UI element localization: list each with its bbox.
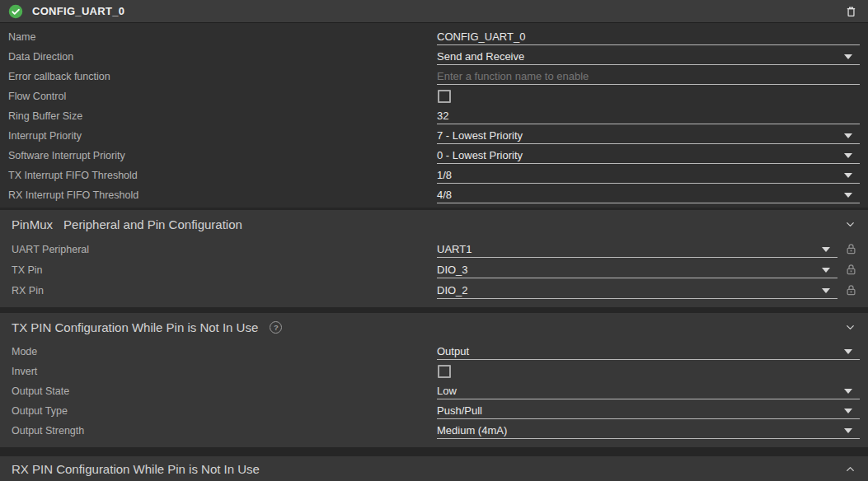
field-control: Push/Pull <box>437 403 860 419</box>
form-row: Output StrengthMedium (4mA) <box>0 421 868 441</box>
form-row: Error callback functionEnter a function … <box>0 67 868 86</box>
field-control: Medium (4mA) <box>437 423 860 439</box>
section-rows: UART PeripheralUART1TX PinDIO_3RX PinDIO… <box>0 238 868 307</box>
field-label: Software Interrupt Priority <box>0 150 437 161</box>
form-row: Ring Buffer Size32 <box>0 106 868 126</box>
section-header-tx-pin-config[interactable]: TX PIN Configuration While Pin is Not In… <box>0 313 868 341</box>
field-label: Output Type <box>0 405 437 417</box>
dropdown-caret-icon <box>844 54 852 59</box>
field-control <box>437 90 860 103</box>
form-row: NameCONFIG_UART_0 <box>0 27 868 47</box>
config-sections: PinMuxPeripheral and Pin ConfigurationUA… <box>0 210 868 481</box>
form-row: Software Interrupt Priority0 - Lowest Pr… <box>0 146 868 166</box>
dropdown-caret-icon <box>844 389 852 394</box>
field-value: 4/8 <box>437 189 452 200</box>
field-label: Name <box>0 31 437 43</box>
field-control: Low <box>437 383 860 399</box>
section-title: PinMux <box>12 217 53 231</box>
check-circle-icon <box>8 4 23 19</box>
chevron-down-icon[interactable] <box>844 218 856 231</box>
field-control: Enter a function name to enable <box>437 68 860 85</box>
checkbox[interactable] <box>438 90 451 103</box>
field-label: Output State <box>0 385 437 397</box>
field-control: DIO_2 <box>437 283 860 299</box>
field-control <box>437 365 860 378</box>
select-input[interactable]: 4/8 <box>437 187 860 203</box>
dropdown-caret-icon <box>844 349 852 354</box>
form-row: TX PinDIO_3 <box>0 259 868 280</box>
dropdown-caret-icon <box>844 428 852 433</box>
dropdown-caret-icon <box>844 173 852 178</box>
field-value: CONFIG_UART_0 <box>437 31 525 42</box>
form-row: Data DirectionSend and Receive <box>0 47 868 67</box>
select-input[interactable]: Send and Receive <box>437 49 860 65</box>
section-tx-pin-config: TX PIN Configuration While Pin is Not In… <box>0 313 868 447</box>
lock-icon[interactable] <box>845 284 858 297</box>
field-value: 7 - Lowest Priority <box>437 130 523 141</box>
dropdown-caret-icon <box>822 268 830 273</box>
help-icon[interactable]: ? <box>270 321 282 334</box>
section-rx-pin-config: RX PIN Configuration While Pin is Not In… <box>0 456 868 481</box>
checkbox[interactable] <box>438 365 451 378</box>
field-value: 32 <box>437 110 448 121</box>
form-row: Invert <box>0 362 868 381</box>
config-header-bar: CONFIG_UART_0 <box>0 0 868 23</box>
dropdown-caret-icon <box>844 193 852 198</box>
select-input[interactable]: 7 - Lowest Priority <box>437 128 860 144</box>
section-rows: ModeOutputInvertOutput StateLowOutput Ty… <box>0 341 868 447</box>
section-title: RX PIN Configuration While Pin is Not In… <box>12 462 260 476</box>
field-value: Medium (4mA) <box>437 425 507 436</box>
field-value: 1/8 <box>437 170 452 180</box>
field-value: Output <box>437 346 469 357</box>
field-value: UART1 <box>437 244 472 255</box>
delete-button[interactable] <box>842 2 860 21</box>
page-title: CONFIG_UART_0 <box>32 5 124 17</box>
field-label: Error callback function <box>0 71 437 82</box>
form-row: Output TypePush/Pull <box>0 401 868 421</box>
select-input[interactable]: Medium (4mA) <box>437 423 860 439</box>
field-label: RX Pin <box>0 285 437 297</box>
lock-icon[interactable] <box>845 264 858 276</box>
form-row: Interrupt Priority7 - Lowest Priority <box>0 126 868 146</box>
text-input[interactable]: CONFIG_UART_0 <box>437 29 860 45</box>
text-input[interactable]: 32 <box>437 108 860 124</box>
dropdown-caret-icon <box>844 409 852 413</box>
field-control: CONFIG_UART_0 <box>437 29 860 45</box>
lock-icon[interactable] <box>845 243 858 255</box>
form-row: Output StateLow <box>0 381 868 401</box>
field-label: Invert <box>0 366 437 377</box>
field-control: 32 <box>437 108 860 124</box>
section-header-rx-pin-config[interactable]: RX PIN Configuration While Pin is Not In… <box>0 456 868 481</box>
chevron-up-icon[interactable] <box>844 463 856 475</box>
select-input[interactable]: DIO_3 <box>437 262 838 278</box>
section-title: TX PIN Configuration While Pin is Not In… <box>12 320 258 334</box>
field-control: 0 - Lowest Priority <box>437 147 860 164</box>
form-row: Flow Control <box>0 86 868 106</box>
field-label: Ring Buffer Size <box>0 110 437 122</box>
field-control: 1/8 <box>437 167 860 184</box>
trash-icon <box>845 5 857 18</box>
form-row: RX Interrupt FIFO Threshold4/8 <box>0 185 868 205</box>
field-value: Low <box>437 385 457 396</box>
field-label: Flow Control <box>0 91 437 102</box>
section-subtitle: Peripheral and Pin Configuration <box>63 217 242 231</box>
dropdown-caret-icon <box>844 153 852 158</box>
section-header-pinmux[interactable]: PinMuxPeripheral and Pin Configuration <box>0 210 868 238</box>
chevron-down-icon[interactable] <box>844 321 856 334</box>
field-label: Output Strength <box>0 425 437 437</box>
text-input[interactable]: Enter a function name to enable <box>437 68 860 85</box>
input-placeholder: Enter a function name to enable <box>437 71 589 82</box>
field-control: UART1 <box>437 241 860 258</box>
select-input[interactable]: UART1 <box>437 241 838 258</box>
select-input[interactable]: Push/Pull <box>437 403 860 419</box>
field-control: Send and Receive <box>437 49 860 65</box>
select-input[interactable]: 1/8 <box>437 167 860 184</box>
field-control: DIO_3 <box>437 262 860 278</box>
dropdown-caret-icon <box>844 133 852 138</box>
field-value: DIO_3 <box>437 264 468 275</box>
field-control: 4/8 <box>437 187 860 203</box>
select-input[interactable]: Output <box>437 343 860 360</box>
select-input[interactable]: DIO_2 <box>437 283 838 299</box>
select-input[interactable]: Low <box>437 383 860 399</box>
select-input[interactable]: 0 - Lowest Priority <box>437 147 860 164</box>
